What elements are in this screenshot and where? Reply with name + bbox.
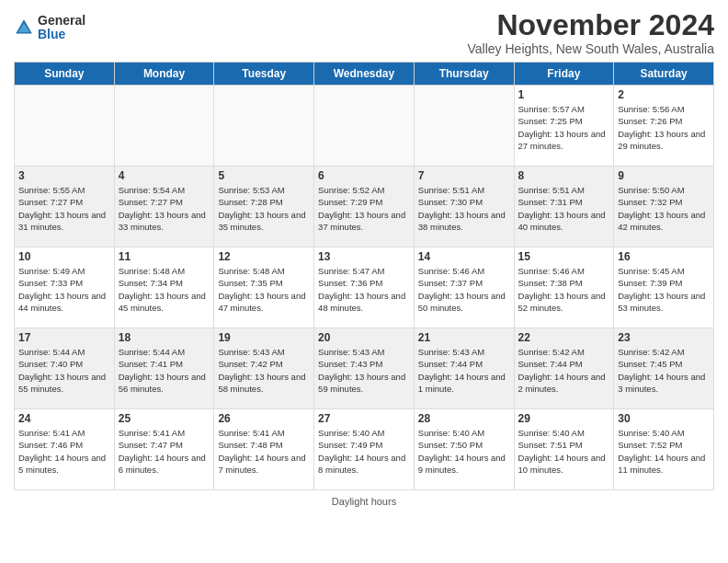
- day-cell-19: 19Sunrise: 5:43 AM Sunset: 7:42 PM Dayli…: [214, 328, 314, 409]
- calendar-header-row: SundayMondayTuesdayWednesdayThursdayFrid…: [15, 63, 714, 86]
- day-number: 3: [18, 169, 110, 182]
- calendar-table: SundayMondayTuesdayWednesdayThursdayFrid…: [14, 62, 714, 490]
- day-number: 20: [318, 331, 410, 344]
- col-header-sunday: Sunday: [15, 63, 115, 86]
- day-cell-empty-4: [414, 86, 514, 167]
- day-number: 4: [119, 169, 210, 182]
- day-info: Sunrise: 5:49 AM Sunset: 7:33 PM Dayligh…: [18, 265, 110, 314]
- day-number: 12: [218, 250, 310, 263]
- day-info: Sunrise: 5:46 AM Sunset: 7:37 PM Dayligh…: [418, 265, 510, 314]
- week-row-3: 10Sunrise: 5:49 AM Sunset: 7:33 PM Dayli…: [15, 247, 714, 328]
- day-number: 26: [218, 412, 310, 425]
- day-number: 14: [418, 250, 510, 263]
- day-number: 15: [518, 250, 610, 263]
- day-cell-22: 22Sunrise: 5:42 AM Sunset: 7:44 PM Dayli…: [514, 328, 614, 409]
- day-info: Sunrise: 5:56 AM Sunset: 7:26 PM Dayligh…: [618, 103, 710, 152]
- day-number: 27: [318, 412, 410, 425]
- day-info: Sunrise: 5:41 AM Sunset: 7:47 PM Dayligh…: [119, 427, 210, 476]
- logo-text: General Blue: [38, 14, 85, 42]
- day-info: Sunrise: 5:57 AM Sunset: 7:25 PM Dayligh…: [518, 103, 610, 152]
- day-number: 1: [518, 88, 610, 101]
- day-info: Sunrise: 5:42 AM Sunset: 7:44 PM Dayligh…: [518, 346, 610, 395]
- day-info: Sunrise: 5:54 AM Sunset: 7:27 PM Dayligh…: [119, 184, 210, 233]
- day-info: Sunrise: 5:46 AM Sunset: 7:38 PM Dayligh…: [518, 265, 610, 314]
- day-number: 30: [618, 412, 710, 425]
- day-number: 8: [518, 169, 610, 182]
- header: General Blue November 2024 Valley Height…: [14, 9, 714, 56]
- day-info: Sunrise: 5:41 AM Sunset: 7:48 PM Dayligh…: [218, 427, 310, 476]
- day-info: Sunrise: 5:43 AM Sunset: 7:44 PM Dayligh…: [418, 346, 510, 395]
- day-cell-21: 21Sunrise: 5:43 AM Sunset: 7:44 PM Dayli…: [414, 328, 514, 409]
- day-cell-13: 13Sunrise: 5:47 AM Sunset: 7:36 PM Dayli…: [314, 247, 415, 328]
- day-info: Sunrise: 5:55 AM Sunset: 7:27 PM Dayligh…: [18, 184, 110, 233]
- day-cell-24: 24Sunrise: 5:41 AM Sunset: 7:46 PM Dayli…: [15, 409, 115, 490]
- day-cell-empty-3: [314, 86, 415, 167]
- day-cell-27: 27Sunrise: 5:40 AM Sunset: 7:49 PM Dayli…: [314, 409, 415, 490]
- logo-general: General: [38, 14, 85, 28]
- week-row-1: 1Sunrise: 5:57 AM Sunset: 7:25 PM Daylig…: [15, 86, 714, 167]
- day-cell-26: 26Sunrise: 5:41 AM Sunset: 7:48 PM Dayli…: [214, 409, 314, 490]
- day-cell-18: 18Sunrise: 5:44 AM Sunset: 7:41 PM Dayli…: [114, 328, 214, 409]
- day-info: Sunrise: 5:45 AM Sunset: 7:39 PM Dayligh…: [618, 265, 710, 314]
- day-cell-17: 17Sunrise: 5:44 AM Sunset: 7:40 PM Dayli…: [15, 328, 115, 409]
- day-number: 2: [618, 88, 710, 101]
- day-number: 24: [18, 412, 110, 425]
- day-number: 13: [318, 250, 410, 263]
- logo-blue: Blue: [38, 28, 85, 41]
- col-header-friday: Friday: [514, 63, 614, 86]
- day-number: 28: [418, 412, 510, 425]
- week-row-2: 3Sunrise: 5:55 AM Sunset: 7:27 PM Daylig…: [15, 167, 714, 247]
- day-info: Sunrise: 5:40 AM Sunset: 7:51 PM Dayligh…: [518, 427, 610, 476]
- col-header-tuesday: Tuesday: [214, 63, 314, 86]
- day-cell-empty-1: [114, 86, 214, 167]
- day-cell-1: 1Sunrise: 5:57 AM Sunset: 7:25 PM Daylig…: [514, 86, 614, 167]
- day-cell-30: 30Sunrise: 5:40 AM Sunset: 7:52 PM Dayli…: [614, 409, 714, 490]
- day-number: 6: [318, 169, 410, 182]
- day-cell-12: 12Sunrise: 5:48 AM Sunset: 7:35 PM Dayli…: [214, 247, 314, 328]
- day-cell-15: 15Sunrise: 5:46 AM Sunset: 7:38 PM Dayli…: [514, 247, 614, 328]
- col-header-saturday: Saturday: [614, 63, 714, 86]
- col-header-thursday: Thursday: [414, 63, 514, 86]
- day-number: 23: [618, 331, 710, 344]
- day-cell-29: 29Sunrise: 5:40 AM Sunset: 7:51 PM Dayli…: [514, 409, 614, 490]
- day-cell-2: 2Sunrise: 5:56 AM Sunset: 7:26 PM Daylig…: [614, 86, 714, 167]
- day-info: Sunrise: 5:47 AM Sunset: 7:36 PM Dayligh…: [318, 265, 410, 314]
- day-info: Sunrise: 5:51 AM Sunset: 7:31 PM Dayligh…: [518, 184, 610, 233]
- col-header-monday: Monday: [114, 63, 214, 86]
- day-cell-3: 3Sunrise: 5:55 AM Sunset: 7:27 PM Daylig…: [15, 167, 115, 247]
- day-number: 21: [418, 331, 510, 344]
- day-number: 16: [618, 250, 710, 263]
- day-number: 18: [119, 331, 210, 344]
- day-info: Sunrise: 5:41 AM Sunset: 7:46 PM Dayligh…: [18, 427, 110, 476]
- day-info: Sunrise: 5:52 AM Sunset: 7:29 PM Dayligh…: [318, 184, 410, 233]
- day-cell-4: 4Sunrise: 5:54 AM Sunset: 7:27 PM Daylig…: [114, 167, 214, 247]
- calendar-body: 1Sunrise: 5:57 AM Sunset: 7:25 PM Daylig…: [15, 86, 714, 490]
- day-info: Sunrise: 5:50 AM Sunset: 7:32 PM Dayligh…: [618, 184, 710, 233]
- day-number: 11: [119, 250, 210, 263]
- footer-note: Daylight hours: [14, 496, 714, 507]
- day-cell-16: 16Sunrise: 5:45 AM Sunset: 7:39 PM Dayli…: [614, 247, 714, 328]
- day-cell-5: 5Sunrise: 5:53 AM Sunset: 7:28 PM Daylig…: [214, 167, 314, 247]
- day-cell-empty-0: [15, 86, 115, 167]
- day-info: Sunrise: 5:42 AM Sunset: 7:45 PM Dayligh…: [618, 346, 710, 395]
- day-number: 25: [119, 412, 210, 425]
- day-cell-28: 28Sunrise: 5:40 AM Sunset: 7:50 PM Dayli…: [414, 409, 514, 490]
- day-cell-14: 14Sunrise: 5:46 AM Sunset: 7:37 PM Dayli…: [414, 247, 514, 328]
- day-info: Sunrise: 5:43 AM Sunset: 7:42 PM Dayligh…: [218, 346, 310, 395]
- title-block: November 2024 Valley Heights, New South …: [468, 9, 714, 56]
- day-number: 19: [218, 331, 310, 344]
- day-cell-10: 10Sunrise: 5:49 AM Sunset: 7:33 PM Dayli…: [15, 247, 115, 328]
- day-number: 5: [218, 169, 310, 182]
- day-number: 17: [18, 331, 110, 344]
- day-number: 9: [618, 169, 710, 182]
- day-info: Sunrise: 5:40 AM Sunset: 7:49 PM Dayligh…: [318, 427, 410, 476]
- day-cell-6: 6Sunrise: 5:52 AM Sunset: 7:29 PM Daylig…: [314, 167, 415, 247]
- day-info: Sunrise: 5:53 AM Sunset: 7:28 PM Dayligh…: [218, 184, 310, 233]
- day-info: Sunrise: 5:43 AM Sunset: 7:43 PM Dayligh…: [318, 346, 410, 395]
- day-cell-11: 11Sunrise: 5:48 AM Sunset: 7:34 PM Dayli…: [114, 247, 214, 328]
- calendar-page: General Blue November 2024 Valley Height…: [0, 0, 728, 563]
- month-title: November 2024: [468, 9, 714, 41]
- day-cell-23: 23Sunrise: 5:42 AM Sunset: 7:45 PM Dayli…: [614, 328, 714, 409]
- day-info: Sunrise: 5:44 AM Sunset: 7:40 PM Dayligh…: [18, 346, 110, 395]
- day-cell-9: 9Sunrise: 5:50 AM Sunset: 7:32 PM Daylig…: [614, 167, 714, 247]
